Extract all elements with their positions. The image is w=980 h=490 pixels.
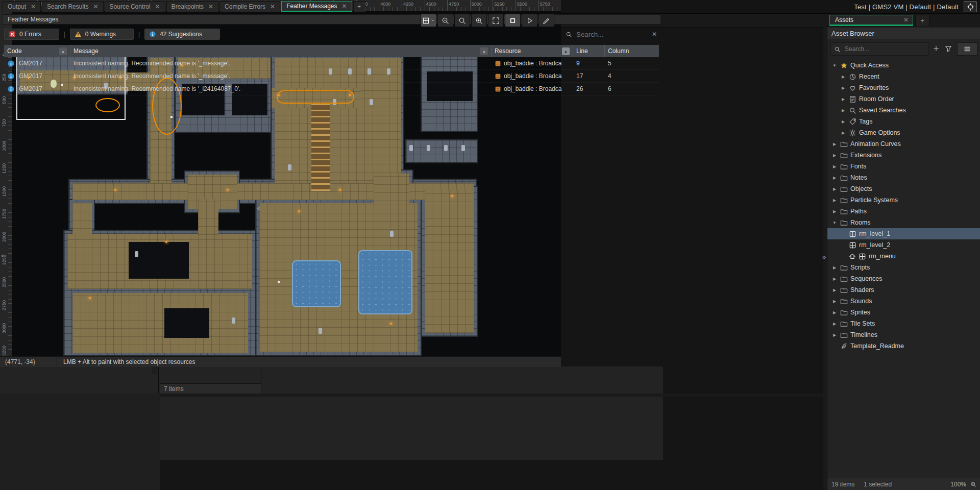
asset-rm-level-1[interactable]: rm_level_1 <box>827 228 980 239</box>
tree-collapsed-icon[interactable]: ▶ <box>831 333 838 337</box>
tree-collapsed-icon[interactable]: ▶ <box>840 97 846 102</box>
target-manager-button[interactable] <box>964 1 977 12</box>
asset-game-options[interactable]: ▶Game Options <box>827 127 980 138</box>
close-icon[interactable]: ✕ <box>208 3 213 10</box>
tree-collapsed-icon[interactable]: ▶ <box>831 153 838 158</box>
sort-button-active[interactable]: ▲ <box>562 47 570 55</box>
close-icon[interactable]: ✕ <box>342 3 347 10</box>
paint-mode-button[interactable] <box>538 14 554 27</box>
feather-message-row[interactable]: GM2017Inconsistent naming. Recommended n… <box>4 70 659 83</box>
sort-button[interactable]: ▲ <box>59 47 67 55</box>
tree-collapsed-icon[interactable]: ▶ <box>831 187 838 191</box>
asset-sequences[interactable]: ▶Sequences <box>827 273 980 284</box>
tree-collapsed-icon[interactable]: ▶ <box>831 209 838 214</box>
close-icon[interactable]: ✕ <box>270 3 275 10</box>
close-icon[interactable]: ✕ <box>93 3 98 10</box>
asset-favourites[interactable]: ▶Favourites <box>827 82 980 93</box>
asset-room-order[interactable]: ▶Room Order <box>827 93 980 105</box>
asset-recent[interactable]: ▶Recent <box>827 71 980 82</box>
asset-paths[interactable]: ▶Paths <box>827 206 980 217</box>
tab-compile-errors[interactable]: Compile Errors✕ <box>219 1 280 12</box>
tree-collapsed-icon[interactable]: ▶ <box>831 310 838 315</box>
suggestions-filter-button[interactable]: 42 Suggestions <box>144 29 220 40</box>
tree-collapsed-icon[interactable]: ▶ <box>840 131 846 135</box>
feather-message-row[interactable]: GM2017Inconsistent naming. Recommended n… <box>4 57 659 70</box>
canvas-zoom-in-button[interactable] <box>471 14 487 27</box>
asset-shaders[interactable]: ▶Shaders <box>827 284 980 296</box>
asset-sprites[interactable]: ▶Sprites <box>827 307 980 318</box>
tree-collapsed-icon[interactable]: ▶ <box>831 164 838 169</box>
tab-source-control[interactable]: Source Control✕ <box>105 1 165 12</box>
tree-collapsed-icon[interactable]: ▶ <box>831 277 838 281</box>
tree-expanded-icon[interactable]: ▼ <box>831 63 838 68</box>
asset-search-input[interactable] <box>844 45 925 53</box>
asset-quick-access[interactable]: ▼Quick Access <box>827 60 980 71</box>
close-icon[interactable]: ✕ <box>155 3 160 10</box>
tab-assets[interactable]: Assets ✕ <box>829 15 913 26</box>
panel-collapse-handle[interactable]: ‹ <box>1 252 3 259</box>
tree-collapsed-icon[interactable]: ▶ <box>840 75 846 79</box>
asset-particle-systems[interactable]: ▶Particle Systems <box>827 194 980 206</box>
add-output-tab-button[interactable]: + <box>353 1 365 12</box>
column-header-message[interactable]: Message ▲ <box>70 45 492 57</box>
filter-icon[interactable] <box>945 45 952 52</box>
tree-collapsed-icon[interactable]: ▶ <box>840 108 846 113</box>
column-header-line[interactable]: Line <box>573 45 605 57</box>
splitter-collapse-right[interactable]: » <box>822 253 826 261</box>
tree-expanded-icon[interactable]: ▼ <box>831 220 838 225</box>
tree-collapsed-icon[interactable]: ▶ <box>840 86 846 90</box>
tab-feather-messages[interactable]: Feather Messages✕ <box>281 1 352 12</box>
bottom-splitter[interactable] <box>160 394 823 397</box>
tab-search-results[interactable]: Search Results✕ <box>42 1 103 12</box>
sort-button[interactable]: ▲ <box>480 47 488 55</box>
asset-sounds[interactable]: ▶Sounds <box>827 296 980 307</box>
asset-objects[interactable]: ▶Objects <box>827 183 980 194</box>
create-asset-button[interactable] <box>933 45 940 52</box>
close-icon[interactable]: ✕ <box>898 16 909 23</box>
grid-settings-button[interactable] <box>421 14 436 27</box>
asset-tags[interactable]: ▶Tags <box>827 116 980 127</box>
asset-saved-searches[interactable]: ▶Saved Searches <box>827 105 980 116</box>
asset-template-readme[interactable]: Template_Readme <box>827 340 980 352</box>
feather-search-input[interactable] <box>575 30 644 39</box>
errors-filter-button[interactable]: 0 Errors <box>4 29 59 40</box>
close-icon[interactable]: ✕ <box>31 3 36 10</box>
column-header-column[interactable]: Column <box>605 45 659 57</box>
asset-rm-level-2[interactable]: rm_level_2 <box>827 239 980 251</box>
warnings-filter-button[interactable]: 0 Warnings <box>70 29 134 40</box>
asset-animation-curves[interactable]: ▶Animation Curves <box>827 138 980 150</box>
asset-fonts[interactable]: ▶Fonts <box>827 161 980 172</box>
zoom-in-icon[interactable] <box>970 481 976 487</box>
home-small-icon <box>849 253 856 260</box>
canvas-zoom-out-button[interactable] <box>437 14 453 27</box>
asset-notes[interactable]: ▶Notes <box>827 172 980 183</box>
feather-message-row[interactable]: GM2017Inconsistent naming. Recommended n… <box>4 83 659 95</box>
asset-rooms[interactable]: ▼Rooms <box>827 217 980 228</box>
column-header-resource[interactable]: Resource ▲ <box>492 45 573 57</box>
asset-tile-sets[interactable]: ▶Tile Sets <box>827 318 980 329</box>
add-assets-tab-button[interactable]: + <box>915 15 929 27</box>
column-header-code[interactable]: Code ▲ <box>4 45 70 57</box>
tree-collapsed-icon[interactable]: ▶ <box>831 176 838 180</box>
asset-rm-menu[interactable]: rm_menu <box>827 251 980 262</box>
tree-collapsed-icon[interactable]: ▶ <box>831 198 838 203</box>
tree-collapsed-icon[interactable]: ▶ <box>831 142 838 146</box>
tab-breakpoints[interactable]: Breakpoints✕ <box>166 1 218 12</box>
tree-collapsed-icon[interactable]: ▶ <box>831 288 838 292</box>
zoom-fit-button[interactable] <box>488 14 504 27</box>
asset-timelines[interactable]: ▶Timelines <box>827 329 980 340</box>
tree-collapsed-icon[interactable]: ▶ <box>831 299 838 304</box>
asset-scripts[interactable]: ▶Scripts <box>827 262 980 273</box>
asset-browser-menu-button[interactable] <box>957 42 977 56</box>
tree-collapsed-icon[interactable]: ▶ <box>831 322 838 326</box>
ruler-label: 1750 <box>2 209 7 219</box>
tab-output[interactable]: Output✕ <box>3 1 41 12</box>
tree-collapsed-icon[interactable]: ▶ <box>831 265 838 270</box>
toggle-room-border-button[interactable] <box>505 14 521 27</box>
preview-room-button[interactable] <box>522 14 537 27</box>
tree-collapsed-icon[interactable]: ▶ <box>840 119 846 124</box>
canvas-zoom-reset-button[interactable] <box>454 14 470 27</box>
splitter-collapse-left[interactable]: « <box>257 204 260 212</box>
clear-search-button[interactable]: ✕ <box>652 31 657 38</box>
asset-extensions[interactable]: ▶Extensions <box>827 150 980 161</box>
